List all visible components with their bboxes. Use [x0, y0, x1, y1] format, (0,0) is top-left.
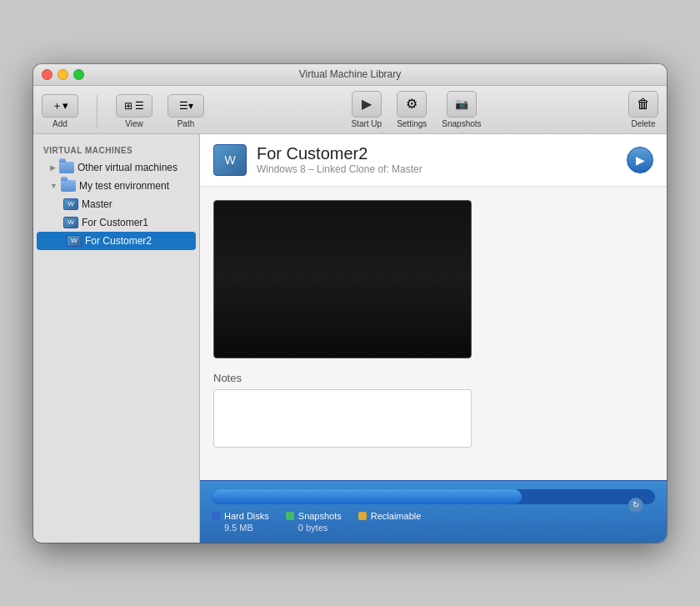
- notes-label: Notes: [213, 372, 653, 384]
- window-controls: [42, 69, 84, 80]
- content-body: Notes: [200, 187, 667, 480]
- vm-icon-large: W: [213, 144, 247, 176]
- titlebar: Virtual Machine Library: [33, 64, 667, 86]
- minimize-button[interactable]: [58, 69, 68, 80]
- sidebar-item-label: Other virtual machines: [78, 162, 178, 173]
- sidebar-item-label: For Customer1: [82, 217, 148, 228]
- sidebar-item-customer1[interactable]: W For Customer1: [33, 213, 199, 232]
- main-area: VIRTUAL MACHINES ▶ Other virtual machine…: [33, 134, 667, 543]
- snapshots-dot: [286, 512, 294, 520]
- startup-button[interactable]: ▶ Start Up: [351, 91, 382, 128]
- refresh-button[interactable]: ↻: [628, 498, 643, 513]
- legend-snapshots: Snapshots 0 bytes: [286, 511, 342, 533]
- delete-button[interactable]: 🗑 Delete: [628, 91, 658, 128]
- path-button[interactable]: ☰▾ Path: [168, 94, 204, 128]
- vm-name: For Customer2: [257, 144, 617, 163]
- toolbar: ＋▾ Add ⊞ ☰ View ☰▾ Path ▶ Start Up ⚙: [33, 86, 667, 134]
- play-button[interactable]: ▶: [627, 147, 653, 173]
- content-area: W For Customer2 Windows 8 – Linked Clone…: [200, 134, 667, 543]
- collapse-arrow: ▼: [50, 182, 58, 190]
- sidebar-item-label: Master: [82, 198, 112, 210]
- sidebar-item-label: My test environment: [79, 180, 169, 192]
- snapshots-value: 0 bytes: [286, 523, 342, 533]
- storage-bar-track: [212, 489, 655, 504]
- folder-icon: [59, 161, 74, 174]
- hard-disks-value: 9.5 MB: [212, 523, 269, 533]
- view-button[interactable]: ⊞ ☰ View: [116, 94, 152, 128]
- main-window: Virtual Machine Library ＋▾ Add ⊞ ☰ View …: [33, 64, 667, 543]
- legend-reclaimable: Reclaimable: [358, 511, 422, 533]
- sidebar: VIRTUAL MACHINES ▶ Other virtual machine…: [33, 134, 200, 543]
- sidebar-item-customer2[interactable]: W For Customer2: [37, 232, 196, 250]
- storage-bar-area: ↻ Hard Disks 9.5 MB Snapshots: [200, 480, 667, 543]
- vm-subtitle: Windows 8 – Linked Clone of: Master: [257, 163, 617, 175]
- hard-disks-label: Hard Disks: [224, 511, 269, 521]
- folder-icon: [61, 179, 76, 193]
- sidebar-item-other-vms[interactable]: ▶ Other virtual machines: [33, 158, 199, 177]
- toolbar-separator-1: [97, 95, 98, 128]
- storage-bar-fill: [212, 489, 522, 504]
- sidebar-item-label: For Customer2: [85, 235, 152, 247]
- vm-info: For Customer2 Windows 8 – Linked Clone o…: [257, 144, 617, 175]
- maximize-button[interactable]: [73, 69, 84, 80]
- sidebar-item-my-env[interactable]: ▼ My test environment: [33, 177, 199, 195]
- hard-disks-dot: [212, 512, 220, 520]
- reclaimable-label: Reclaimable: [371, 511, 422, 521]
- collapse-arrow: ▶: [50, 163, 56, 172]
- sidebar-section-header: VIRTUAL MACHINES: [33, 143, 199, 158]
- vm-header: W For Customer2 Windows 8 – Linked Clone…: [200, 134, 667, 187]
- notes-section: Notes: [213, 372, 653, 448]
- vm-preview: [213, 200, 472, 358]
- legend-hard-disks: Hard Disks 9.5 MB: [212, 511, 269, 533]
- snapshots-button[interactable]: 📷 Snapshots: [442, 91, 481, 128]
- close-button[interactable]: [42, 69, 52, 80]
- window-title: Virtual Machine Library: [299, 68, 402, 80]
- vm-icon: W: [63, 198, 78, 211]
- reclaimable-dot: [358, 512, 367, 520]
- storage-legend: Hard Disks 9.5 MB Snapshots 0 bytes: [212, 511, 655, 533]
- snapshots-label: Snapshots: [298, 511, 342, 521]
- add-button[interactable]: ＋▾ Add: [42, 94, 78, 128]
- vm-icon: W: [63, 216, 78, 229]
- settings-button[interactable]: ⚙ Settings: [397, 91, 427, 128]
- vm-icon: W: [67, 234, 82, 248]
- notes-input[interactable]: [213, 389, 472, 448]
- sidebar-item-master[interactable]: W Master: [33, 195, 199, 213]
